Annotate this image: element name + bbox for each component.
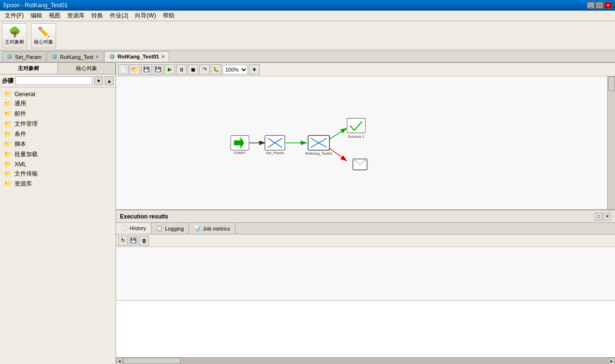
save-all-btn[interactable]: 💾	[153, 64, 163, 75]
sidebar-tab-main[interactable]: 主对象树	[0, 63, 58, 74]
step-label: 步骤	[2, 77, 14, 85]
step-btn[interactable]: ↷	[199, 64, 210, 75]
debug-btn[interactable]: 🐛	[211, 64, 221, 75]
step-search-collapse-btn[interactable]: ▲	[105, 76, 114, 85]
step-search-expand-btn[interactable]: ▼	[94, 76, 103, 85]
bottom-tab-job metrics[interactable]: 📊Job metrics	[189, 223, 235, 234]
tab-icon: 📋	[156, 225, 163, 232]
title-controls: _ □ ✕	[587, 2, 612, 9]
hscroll-right[interactable]: ►	[608, 358, 615, 364]
canvas-vscroll[interactable]	[607, 76, 615, 209]
toolbar-area: 🌳 主对象树 ✏️ 核心对象	[0, 21, 615, 50]
hscroll-left[interactable]: ◄	[116, 358, 123, 364]
bottom-tab-logging[interactable]: 📋Logging	[151, 223, 189, 234]
tab-rotkang-test[interactable]: ⚙️ RotKang_Test ✕	[47, 51, 103, 62]
workflow-canvas[interactable]: START Set_Param RotKang_Test01	[116, 76, 607, 209]
results-table-container[interactable]	[116, 247, 615, 300]
export-btn[interactable]: 💾	[129, 236, 138, 246]
tab-set-param-icon: ⚙️	[6, 54, 13, 60]
tree-item-文件管理[interactable]: 📁文件管理	[2, 119, 114, 129]
tree-item-label: XML	[15, 161, 27, 168]
tab-set-param-label: Set_Param	[15, 54, 42, 60]
stop-btn[interactable]: ⏹	[188, 64, 198, 75]
menu-item-资源库[interactable]: 资源库	[64, 11, 88, 21]
bottom-tab-history[interactable]: 🕐History	[116, 223, 151, 234]
hscroll-thumb[interactable]	[123, 358, 181, 364]
zoom-dropdown-btn[interactable]: ▼	[249, 64, 260, 75]
bottom-panel-header: Execution results □ ✕	[116, 210, 615, 223]
tree-item-条件[interactable]: 📁条件	[2, 129, 114, 139]
execution-title: Execution results	[120, 213, 168, 220]
main-tree-icon: 🌳	[9, 26, 21, 38]
tab-rotkang-test-close[interactable]: ✕	[95, 54, 99, 59]
run-btn[interactable]: ▶	[164, 64, 175, 75]
tree-item-label: 邮件	[15, 110, 26, 118]
menu-item-编辑[interactable]: 编辑	[28, 11, 45, 21]
tab-set-param[interactable]: ⚙️ Set_Param	[2, 51, 46, 62]
tab-rotkang-test-icon: ⚙️	[51, 54, 58, 60]
open-btn[interactable]: 📂	[130, 64, 140, 75]
maximize-button[interactable]: □	[596, 2, 603, 9]
hscroll-track[interactable]	[123, 358, 608, 364]
step-search-input[interactable]	[15, 76, 92, 85]
tree-item-General[interactable]: 📁General	[2, 89, 114, 99]
title-text: Spoon - RotKang_Test01	[3, 2, 68, 9]
step-search-area: 步骤 ▼ ▲	[0, 74, 116, 87]
folder-icon: 📁	[4, 160, 12, 168]
tab-icon: 📊	[194, 225, 201, 232]
tree-item-资源库[interactable]: 📁资源库	[2, 179, 114, 189]
sidebar-tab-core[interactable]: 核心对象	[58, 63, 116, 74]
menu-item-文件(F)[interactable]: 文件(F)	[2, 11, 27, 21]
new-file-btn[interactable]: 📄	[118, 64, 129, 75]
menu-item-向导(W)[interactable]: 向导(W)	[132, 11, 159, 21]
tree-item-XML[interactable]: 📁XML	[2, 160, 114, 169]
bottom-panel: Execution results □ ✕ 🕐History📋Logging📊J…	[116, 209, 615, 364]
tree-item-邮件[interactable]: 📁邮件	[2, 109, 114, 119]
core-object-label: 核心对象	[34, 39, 53, 45]
tree-item-label: 文件管理	[15, 120, 38, 128]
pause-btn[interactable]: ⏸	[176, 64, 187, 75]
tree-item-脚本[interactable]: 📁脚本	[2, 139, 114, 149]
tab-rotkang-test01-close[interactable]: ✕	[161, 54, 165, 59]
menu-item-作业(J)[interactable]: 作业(J)	[107, 11, 131, 21]
folder-icon: 📁	[4, 110, 12, 117]
tree-item-label: General	[15, 91, 35, 98]
svg-text:Success 1: Success 1	[348, 134, 365, 139]
canvas-container: START Set_Param RotKang_Test01	[116, 76, 615, 209]
save-btn[interactable]: 💾	[141, 64, 152, 75]
close-button[interactable]: ✕	[604, 2, 612, 9]
svg-text:RotKang_Test01: RotKang_Test01	[305, 151, 332, 156]
canvas-wrapper: 📄 📂 💾 💾 ▶ ⏸ ⏹ ↷ 🐛 100% 50% 75% 150% 200%…	[116, 63, 615, 364]
tree-item-label: 文件传输	[15, 170, 38, 178]
core-object-button[interactable]: ✏️ 核心对象	[31, 23, 56, 48]
panel-close-btn[interactable]: ✕	[603, 213, 611, 220]
tab-rotkang-test01[interactable]: ⚙️ RotKang_Test01 ✕	[104, 51, 169, 62]
refresh-btn[interactable]: ↻	[118, 236, 128, 246]
sidebar-tabs: 主对象树 核心对象	[0, 63, 116, 74]
menu-item-视图[interactable]: 视图	[46, 11, 63, 21]
bottom-tabs: 🕐History📋Logging📊Job metrics	[116, 223, 615, 234]
menu-item-帮助[interactable]: 帮助	[160, 11, 177, 21]
tree-item-批量加载[interactable]: 📁批量加载	[2, 149, 114, 160]
bottom-hscroll[interactable]: ◄ ►	[116, 357, 615, 364]
core-object-icon: ✏️	[38, 26, 50, 38]
folder-icon: 📁	[4, 131, 12, 138]
main-tree-button[interactable]: 🌳 主对象树	[2, 23, 27, 48]
tab-label: Logging	[165, 226, 184, 232]
tree-item-文件传输[interactable]: 📁文件传输	[2, 169, 114, 179]
tab-rotkang-test01-icon: ⚙️	[109, 54, 116, 60]
main-layout: 🌳 主对象树 ✏️ 核心对象 ⚙️ Set_Param ⚙️ RotKang_T…	[0, 21, 615, 364]
menu-item-转换[interactable]: 转换	[88, 11, 106, 21]
clear-btn[interactable]: 🗑	[139, 236, 149, 246]
tree-items: 📁General📁通用📁邮件📁文件管理📁条件📁脚本📁批量加载📁XML📁文件传输📁…	[0, 87, 116, 364]
content-area: 主对象树 核心对象 步骤 ▼ ▲ 📁General📁通用📁邮件📁文件管理📁条件📁…	[0, 63, 615, 364]
zoom-select[interactable]: 100% 50% 75% 150% 200%	[222, 65, 248, 74]
folder-icon: 📁	[4, 180, 12, 188]
folder-icon: 📁	[4, 170, 12, 177]
canvas-toolbar: 📄 📂 💾 💾 ▶ ⏸ ⏹ ↷ 🐛 100% 50% 75% 150% 200%…	[116, 63, 615, 76]
tree-item-通用[interactable]: 📁通用	[2, 99, 114, 109]
panel-minimize-btn[interactable]: □	[595, 213, 602, 220]
sidebar-tab-core-label: 核心对象	[76, 65, 97, 71]
minimize-button[interactable]: _	[587, 2, 595, 9]
menu-bar: 文件(F)编辑视图资源库转换作业(J)向导(W)帮助	[0, 11, 615, 21]
